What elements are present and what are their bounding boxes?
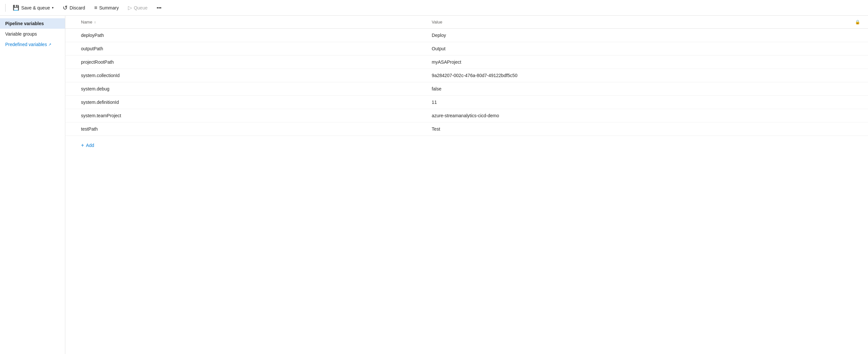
variable-value-cell: Output (427, 42, 828, 56)
sidebar-item-variable-groups[interactable]: Variable groups (0, 29, 65, 39)
add-variable-button[interactable]: + Add (65, 138, 868, 152)
variable-lock-cell (828, 42, 868, 56)
save-queue-label: Save & queue (21, 5, 50, 10)
sidebar: Pipeline variables Variable groups Prede… (0, 16, 65, 354)
variable-name-cell: system.collectionId (65, 69, 427, 82)
save-queue-button[interactable]: 💾 Save & queue ▾ (9, 3, 57, 13)
table-row[interactable]: system.teamProject azure-streamanalytics… (65, 109, 868, 123)
variable-value-cell: Deploy (427, 29, 828, 42)
variable-lock-cell (828, 56, 868, 69)
chevron-down-icon: ▾ (52, 6, 54, 9)
table-row[interactable]: projectRootPath myASAProject (65, 56, 868, 69)
summary-label: Summary (99, 5, 119, 10)
more-options-button[interactable]: ••• (154, 3, 165, 12)
predefined-variables-link[interactable]: Predefined variables ↗ (0, 39, 65, 50)
variable-lock-cell (828, 109, 868, 123)
table-row[interactable]: deployPath Deploy (65, 29, 868, 42)
name-column-header[interactable]: Name ↑ (65, 16, 427, 29)
discard-icon: ↺ (63, 4, 68, 11)
table-row[interactable]: testPath Test (65, 123, 868, 136)
table-row[interactable]: outputPath Output (65, 42, 868, 56)
variable-lock-cell (828, 82, 868, 96)
discard-label: Discard (69, 5, 85, 10)
external-link-icon: ↗ (48, 42, 51, 47)
variable-name-cell: system.debug (65, 82, 427, 96)
variable-name-cell: testPath (65, 123, 427, 136)
table-row[interactable]: system.definitionId 11 (65, 96, 868, 109)
add-icon: + (81, 142, 84, 148)
variable-lock-cell (828, 96, 868, 109)
variable-name-cell: deployPath (65, 29, 427, 42)
more-icon: ••• (157, 5, 162, 10)
variable-value-cell: 9a284207-002c-476a-80d7-49122bdf5c50 (427, 69, 828, 82)
variable-value-cell: false (427, 82, 828, 96)
table-header-row: Name ↑ Value 🔒 (65, 16, 868, 29)
table-row[interactable]: system.debug false (65, 82, 868, 96)
value-column-header: Value (427, 16, 828, 29)
lock-column-header: 🔒 (828, 16, 868, 29)
summary-button[interactable]: ≡ Summary (91, 3, 122, 13)
variable-lock-cell (828, 123, 868, 136)
add-label: Add (86, 143, 94, 148)
variables-table: Name ↑ Value 🔒 deployPath Deploy outputP… (65, 16, 868, 136)
variable-value-cell: azure-streamanalytics-cicd-demo (427, 109, 828, 123)
sidebar-item-pipeline-variables[interactable]: Pipeline variables (0, 18, 65, 29)
discard-button[interactable]: ↺ Discard (59, 2, 88, 13)
summary-icon: ≡ (94, 5, 97, 11)
toolbar: 💾 Save & queue ▾ ↺ Discard ≡ Summary ▷ Q… (0, 0, 868, 16)
variable-name-cell: system.teamProject (65, 109, 427, 123)
variable-lock-cell (828, 29, 868, 42)
content-area: Name ↑ Value 🔒 deployPath Deploy outputP… (65, 16, 868, 354)
lock-icon: 🔒 (855, 20, 860, 25)
variable-value-cell: 11 (427, 96, 828, 109)
variable-value-cell: myASAProject (427, 56, 828, 69)
variable-value-cell: Test (427, 123, 828, 136)
queue-label: Queue (134, 5, 148, 10)
variable-name-cell: system.definitionId (65, 96, 427, 109)
main-layout: Pipeline variables Variable groups Prede… (0, 16, 868, 354)
sort-icon: ↑ (94, 20, 96, 24)
variable-name-cell: projectRootPath (65, 56, 427, 69)
variable-name-cell: outputPath (65, 42, 427, 56)
queue-button[interactable]: ▷ Queue (125, 3, 151, 13)
variable-lock-cell (828, 69, 868, 82)
table-row[interactable]: system.collectionId 9a284207-002c-476a-8… (65, 69, 868, 82)
queue-icon: ▷ (128, 5, 132, 11)
save-icon: 💾 (13, 5, 19, 11)
